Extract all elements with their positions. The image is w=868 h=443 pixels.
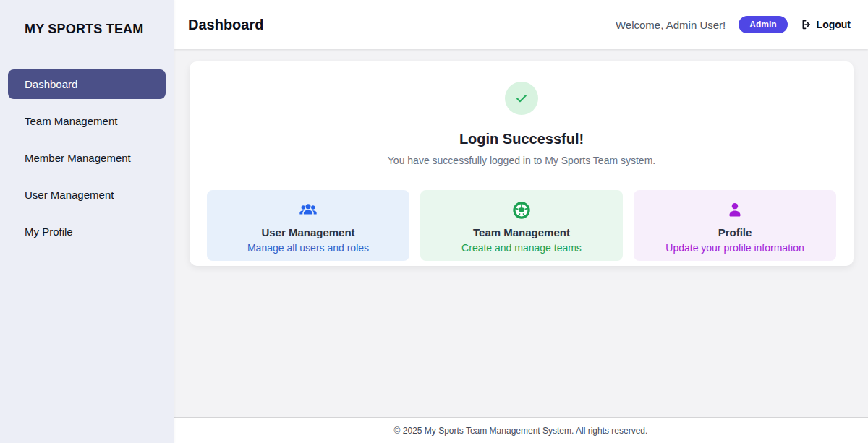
success-circle (505, 82, 538, 115)
tile-subtitle: Create and manage teams (461, 242, 582, 254)
tile-title: Profile (718, 226, 752, 238)
footer: © 2025 My Sports Team Management System.… (174, 417, 868, 443)
app-root: MY SPORTS TEAM Dashboard Team Management… (0, 0, 868, 443)
tile-team-management[interactable]: Team Management Create and manage teams (420, 190, 623, 261)
sidebar-item-dashboard[interactable]: Dashboard (8, 69, 166, 99)
users-icon (298, 200, 318, 220)
logout-label: Logout (817, 19, 851, 30)
sidebar-item-team-management[interactable]: Team Management (8, 106, 166, 136)
content-area: Login Successful! You have successfully … (174, 49, 868, 417)
header-right: Welcome, Admin User! Admin Logout (616, 16, 851, 33)
tile-profile[interactable]: Profile Update your profile information (634, 190, 836, 261)
tile-subtitle: Update your profile information (665, 242, 804, 254)
tile-user-management[interactable]: User Management Manage all users and rol… (207, 190, 409, 261)
tile-subtitle: Manage all users and roles (247, 242, 369, 254)
sidebar-nav: Dashboard Team Management Member Managem… (0, 69, 174, 246)
tile-title: User Management (261, 226, 354, 238)
sidebar: MY SPORTS TEAM Dashboard Team Management… (0, 0, 174, 443)
logout-button[interactable]: Logout (801, 19, 851, 30)
footer-text: © 2025 My Sports Team Management System.… (394, 426, 648, 436)
main-column: Dashboard Welcome, Admin User! Admin Log… (174, 0, 868, 443)
soccer-ball-icon (511, 200, 532, 220)
success-title: Login Successful! (190, 131, 854, 147)
top-header: Dashboard Welcome, Admin User! Admin Log… (174, 0, 868, 49)
sidebar-item-my-profile[interactable]: My Profile (8, 217, 166, 246)
sidebar-item-user-management[interactable]: User Management (8, 180, 166, 210)
tile-title: Team Management (473, 226, 570, 238)
quick-links: User Management Manage all users and rol… (190, 190, 854, 261)
check-icon (514, 91, 529, 106)
person-icon (725, 200, 745, 220)
welcome-text: Welcome, Admin User! (616, 19, 726, 31)
page-title: Dashboard (188, 17, 263, 33)
success-message: You have successfully logged in to My Sp… (190, 155, 854, 166)
role-badge: Admin (739, 16, 787, 33)
sidebar-item-member-management[interactable]: Member Management (8, 143, 166, 173)
logout-icon (801, 19, 812, 30)
login-success-card: Login Successful! You have successfully … (190, 61, 854, 266)
app-title: MY SPORTS TEAM (0, 0, 174, 37)
